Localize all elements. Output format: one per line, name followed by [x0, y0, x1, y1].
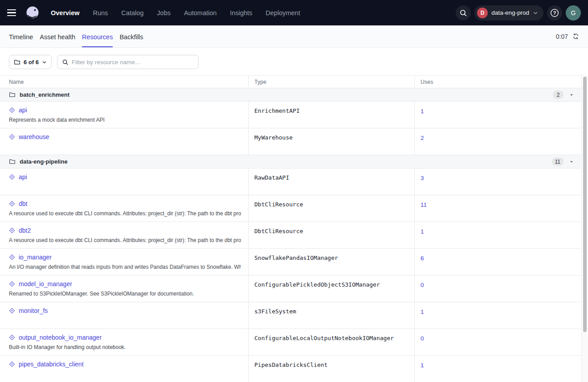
tab-resources[interactable]: Resources	[82, 27, 113, 47]
group-row-left: data-eng-pipeline	[9, 158, 68, 165]
resource-link[interactable]: io_manager	[19, 254, 52, 261]
scrollbar-track[interactable]	[581, 74, 588, 382]
group-name: data-eng-pipeline	[20, 158, 68, 165]
search-button[interactable]	[456, 5, 471, 21]
group-row-data-eng-pipeline: data-eng-pipeline11	[0, 155, 581, 168]
resource-link[interactable]: api	[19, 107, 27, 114]
resource-name-line: io_manager	[9, 254, 241, 261]
nav-item-deployment[interactable]: Deployment	[265, 9, 300, 16]
resource-icon	[9, 361, 15, 367]
table-row: output_notebook_io_managerBuilt-in IO Ma…	[0, 329, 581, 356]
resource-uses-link[interactable]: 0	[421, 282, 424, 288]
help-button[interactable]: ?	[547, 5, 562, 21]
resource-name-line: api	[9, 107, 241, 114]
resource-description: A resource used to execute dbt CLI comma…	[9, 237, 241, 243]
resource-name-cell: io_managerAn I/O manager definition that…	[0, 249, 248, 275]
resource-icon	[9, 227, 15, 234]
table-row: apiRepresents a mock data enrichment API…	[0, 102, 581, 128]
code-location-filter-button[interactable]: 6 of 6	[9, 55, 52, 69]
table-row: io_managerAn I/O manager definition that…	[0, 249, 581, 275]
resource-link[interactable]: warehouse	[19, 133, 49, 140]
resource-uses-link[interactable]: 11	[421, 201, 427, 208]
resource-uses-link[interactable]: 2	[421, 135, 424, 141]
resource-type-cell: DbtCliResource	[248, 195, 414, 222]
folder-icon	[9, 91, 16, 98]
code-location-filter-label: 6 of 6	[24, 59, 39, 66]
resource-name-line: monitor_fs	[9, 307, 241, 314]
user-avatar[interactable]: G	[566, 5, 581, 21]
resource-name-line: pipes_databricks_client	[9, 361, 241, 368]
resource-uses-cell: 3	[414, 168, 581, 195]
scrollbar-thumb[interactable]	[583, 77, 587, 332]
resource-name-cell: dbtA resource used to execute dbt CLI co…	[0, 195, 248, 222]
collapse-caret-icon[interactable]	[568, 91, 575, 99]
nav-item-jobs[interactable]: Jobs	[157, 9, 171, 16]
resource-name-cell: monitor_fs	[0, 302, 248, 329]
help-icon: ?	[550, 8, 559, 18]
resource-uses-link[interactable]: 6	[421, 255, 424, 262]
deployment-switcher[interactable]: D data-eng-prod	[474, 5, 543, 21]
deployment-dot: D	[477, 8, 488, 18]
resource-name-line: warehouse	[9, 133, 241, 140]
table-row: warehouseMyWarehouse2	[0, 128, 581, 155]
column-header-uses: Uses	[414, 76, 581, 88]
chevron-down-icon	[42, 60, 47, 65]
nav-item-automation[interactable]: Automation	[184, 9, 216, 16]
resource-description: An I/O manager definition that reads inp…	[9, 264, 241, 270]
resource-link[interactable]: dbt	[19, 200, 27, 207]
nav-item-insights[interactable]: Insights	[230, 9, 252, 16]
resource-link[interactable]: model_io_manager	[19, 280, 72, 288]
folder-icon	[14, 59, 20, 66]
resource-uses-link[interactable]: 1	[421, 308, 424, 315]
svg-text:?: ?	[553, 10, 556, 16]
resource-uses-cell: 2	[414, 128, 581, 155]
menu-icon[interactable]	[7, 7, 20, 19]
resource-description: Represents a mock data enrichment API	[9, 117, 241, 123]
resource-icon	[9, 254, 15, 260]
resource-icon	[9, 281, 15, 287]
resource-name-line: dbt2	[9, 227, 241, 234]
resource-name-cell: warehouse	[0, 128, 248, 155]
resource-name-line: output_notebook_io_manager	[9, 334, 241, 341]
resource-name-cell: api	[0, 168, 248, 195]
nav-item-catalog[interactable]: Catalog	[121, 9, 143, 16]
column-header-name: Name	[0, 79, 248, 85]
resource-uses-link[interactable]: 3	[421, 175, 424, 181]
group-name: batch_enrichment	[20, 91, 69, 98]
tab-timeline[interactable]: Timeline	[9, 27, 33, 47]
dagster-logo[interactable]	[24, 4, 41, 21]
resource-uses-link[interactable]: 1	[421, 362, 424, 369]
resource-uses-cell: 0	[414, 329, 581, 355]
collapse-caret-icon[interactable]	[568, 158, 575, 165]
resource-description: A resource used to execute dbt CLI comma…	[9, 210, 241, 217]
tabs: TimelineAsset healthResourcesBackfills	[9, 25, 143, 47]
refresh-icon[interactable]	[572, 33, 579, 40]
nav-item-overview[interactable]: Overview	[51, 9, 80, 16]
resource-uses-link[interactable]: 0	[421, 335, 424, 342]
resource-type-cell: EnrichmentAPI	[248, 102, 414, 128]
resource-uses-link[interactable]: 1	[421, 228, 424, 235]
resource-link[interactable]: api	[19, 173, 27, 181]
resource-uses-cell: 1	[414, 356, 581, 382]
resource-icon	[9, 174, 15, 180]
nav-item-runs[interactable]: Runs	[93, 9, 108, 16]
resource-link[interactable]: output_notebook_io_manager	[19, 334, 102, 341]
group-row-right: 11	[552, 157, 575, 166]
chevron-down-icon	[533, 10, 538, 16]
resource-link[interactable]: pipes_databricks_client	[19, 361, 84, 368]
resources-table: Name Type Uses batch_enrichment2apiRepre…	[0, 75, 581, 382]
tab-asset-health[interactable]: Asset health	[40, 27, 75, 47]
resource-search-input[interactable]	[72, 59, 194, 66]
main-nav-items: OverviewRunsCatalogJobsAutomationInsight…	[51, 9, 300, 16]
resource-name-line: api	[9, 173, 241, 181]
table-row: dbtA resource used to execute dbt CLI co…	[0, 195, 581, 222]
resource-link[interactable]: monitor_fs	[19, 307, 48, 314]
resource-link[interactable]: dbt2	[19, 227, 31, 234]
table-row: pipes_databricks_clientPipesDatabricksCl…	[0, 356, 581, 382]
app-root: OverviewRunsCatalogJobsAutomationInsight…	[0, 0, 588, 382]
resource-uses-link[interactable]: 1	[421, 108, 424, 115]
resource-name-cell: model_io_managerRenamed to S3PickleIOMan…	[0, 275, 248, 302]
tab-backfills[interactable]: Backfills	[119, 27, 143, 47]
resource-type-cell: RawDataAPI	[248, 168, 414, 195]
resource-name-cell: dbt2A resource used to execute dbt CLI c…	[0, 222, 248, 248]
